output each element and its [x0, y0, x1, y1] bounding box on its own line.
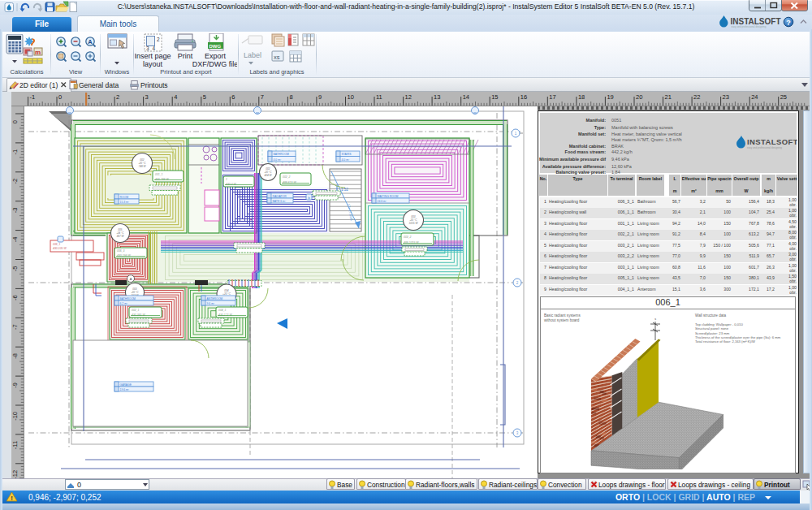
svg-text:-1: -1	[30, 93, 36, 101]
svg-text:-5: -5	[11, 266, 19, 272]
svg-text:INSTALSOFT: INSTALSOFT	[731, 17, 781, 26]
svg-text:-12: -12	[11, 470, 19, 478]
svg-text:3: 3	[145, 93, 149, 101]
svg-text:9: 9	[318, 93, 322, 101]
svg-text:5: 5	[203, 93, 206, 101]
svg-text:006_1: 006_1	[53, 243, 61, 246]
svg-text:DWG: DWG	[209, 44, 222, 49]
svg-text:748 W: 748 W	[138, 165, 146, 168]
svg-text:0: 0	[11, 120, 19, 123]
svg-text:22: 22	[693, 93, 700, 101]
svg-text:-7: -7	[11, 324, 19, 330]
svg-text:19: 19	[607, 93, 613, 101]
svg-text:15.3 m²: 15.3 m²	[120, 201, 130, 204]
svg-text:7: 7	[261, 93, 264, 101]
svg-text:17: 17	[549, 93, 555, 101]
svg-text:004_1: 004_1	[218, 309, 227, 312]
svg-text:24: 24	[751, 93, 758, 101]
svg-text:20: 20	[636, 93, 642, 101]
svg-text:430-0 W: 430-0 W	[226, 183, 237, 186]
svg-text:19.6 m²: 19.6 m²	[120, 388, 130, 391]
svg-text:A: A	[130, 277, 132, 281]
svg-text:-11: -11	[11, 441, 19, 449]
svg-text:easy and professional designin: easy and professional designing	[747, 146, 782, 149]
svg-text:6.2 m²: 6.2 m²	[120, 302, 128, 305]
svg-text:0: 0	[77, 481, 81, 489]
svg-text:14: 14	[463, 93, 469, 101]
svg-text:18: 18	[578, 93, 585, 101]
svg-text:Print: Print	[178, 52, 193, 60]
svg-text:23: 23	[723, 93, 729, 101]
svg-text:?: ?	[786, 19, 791, 27]
svg-text:-1: -1	[11, 149, 19, 155]
svg-text:15: 15	[491, 93, 498, 101]
svg-text:1.52: 1.52	[341, 188, 348, 192]
svg-text:2: 2	[157, 37, 160, 42]
svg-text:RADIATOR: RADIATOR	[273, 195, 287, 198]
svg-text:12: 12	[405, 93, 412, 101]
svg-text:6: 6	[231, 93, 235, 101]
svg-text:430-172 W: 430-172 W	[218, 313, 232, 317]
svg-text:easy and professional designin: easy and professional designing	[732, 25, 767, 28]
svg-text:ROOM: ROOM	[120, 196, 129, 199]
svg-text:ANTEROOM: ANTEROOM	[207, 297, 223, 300]
svg-text:2: 2	[116, 93, 119, 101]
svg-text:Insert page: Insert page	[135, 52, 171, 60]
svg-text:4: 4	[153, 45, 156, 51]
svg-text:BATH 6 m²: BATH 6 m²	[273, 200, 287, 203]
svg-text:9.6 m²: 9.6 m²	[207, 302, 215, 305]
svg-text:25: 25	[780, 93, 787, 101]
svg-text:001_1: 001_1	[155, 173, 163, 176]
svg-text:8: 8	[289, 93, 292, 101]
svg-text:430-156 W: 430-156 W	[117, 254, 131, 257]
svg-text:-3: -3	[11, 208, 19, 214]
svg-text:003_2: 003_2	[404, 236, 412, 239]
svg-text:BATHROOM: BATHROOM	[120, 297, 136, 300]
svg-text:430-365 W: 430-365 W	[132, 313, 145, 317]
svg-text:367 W: 367 W	[116, 235, 124, 238]
svg-text:Export: Export	[205, 52, 227, 60]
svg-text:4.0 m²: 4.0 m²	[342, 158, 350, 162]
svg-text:WAITING ROOM: WAITING ROOM	[378, 195, 399, 198]
svg-text:BATHROOM: BATHROOM	[274, 153, 290, 156]
svg-text:-4: -4	[11, 237, 19, 243]
svg-text:GARAGE: GARAGE	[120, 383, 132, 387]
svg-text:2D editor (1): 2D editor (1)	[19, 81, 58, 89]
svg-text:13: 13	[434, 93, 440, 101]
svg-text:430-768 W: 430-768 W	[155, 178, 169, 181]
svg-text:002_1: 002_1	[132, 309, 140, 312]
svg-text:Printouts: Printouts	[140, 81, 168, 89]
svg-text:4: 4	[174, 93, 177, 101]
svg-text:STAIRS: STAIRS	[342, 153, 352, 156]
svg-text:*: *	[250, 218, 253, 223]
svg-text:0: 0	[58, 93, 62, 101]
svg-text:A: A	[88, 38, 93, 45]
svg-text:!: !	[11, 495, 13, 502]
svg-text:DXF/DWG file: DXF/DWG file	[192, 60, 237, 68]
svg-text:21: 21	[665, 93, 672, 101]
svg-text:24.6 m²: 24.6 m²	[378, 200, 387, 203]
svg-text:-6: -6	[11, 295, 19, 300]
svg-text:Label: Label	[244, 51, 261, 59]
svg-text:11: 11	[376, 93, 382, 101]
svg-text:488-613 W: 488-613 W	[283, 181, 296, 184]
svg-text:006_3: 006_3	[117, 249, 125, 253]
svg-text:3: 3	[146, 45, 149, 51]
svg-text:xs: xs	[274, 54, 280, 61]
svg-text:-9: -9	[11, 382, 19, 388]
svg-text:-10: -10	[11, 412, 19, 421]
svg-text:INSTALSOFT: INSTALSOFT	[747, 137, 797, 146]
svg-text:-2: -2	[11, 179, 19, 184]
svg-text:layout: layout	[143, 60, 163, 68]
svg-text:-8: -8	[11, 353, 19, 359]
svg-text:430-105 W: 430-105 W	[53, 247, 67, 250]
svg-text:General data: General data	[79, 81, 119, 89]
svg-text:002_2: 002_2	[283, 175, 291, 179]
svg-text:1: 1	[88, 93, 91, 101]
svg-text:m: m	[35, 49, 41, 56]
svg-text:424 W: 424 W	[264, 174, 272, 177]
svg-text:10: 10	[348, 93, 354, 101]
svg-text:16: 16	[520, 93, 527, 101]
svg-text:4.0 m²: 4.0 m²	[274, 158, 282, 162]
svg-text:1: 1	[226, 178, 227, 181]
